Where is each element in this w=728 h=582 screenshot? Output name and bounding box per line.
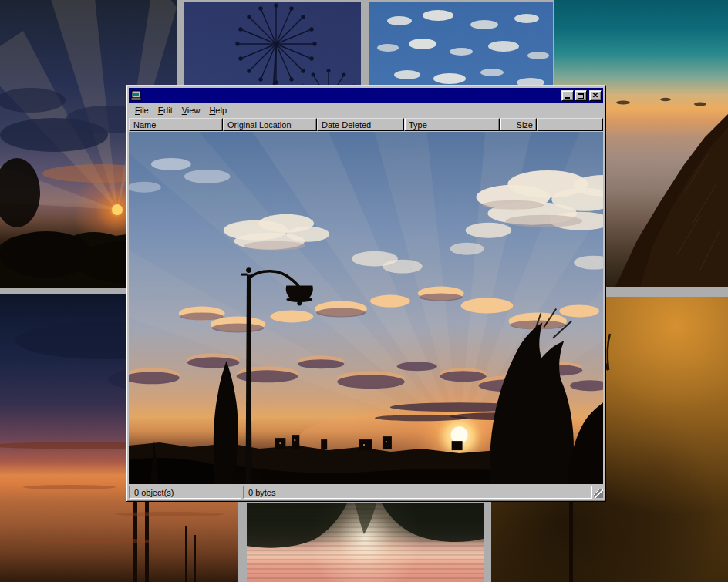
menu-file[interactable]: File <box>130 104 153 116</box>
menu-help[interactable]: Help <box>204 104 231 116</box>
close-button[interactable]: ✕ <box>589 90 602 101</box>
column-header-date-deleted[interactable]: Date Deleted <box>317 118 404 131</box>
column-header-type[interactable]: Type <box>404 118 500 131</box>
sunset-sky-streetlamp-photo <box>129 132 603 484</box>
column-header-size[interactable]: Size <box>500 118 537 131</box>
maximize-icon <box>578 93 584 99</box>
title-bar[interactable]: ✕ <box>129 88 603 103</box>
minimize-icon <box>565 97 570 99</box>
file-list-view[interactable] <box>129 132 603 484</box>
column-header-original-location[interactable]: Original Location <box>223 118 317 131</box>
status-bar: 0 object(s) 0 bytes <box>129 486 603 499</box>
column-header-row: Name Original Location Date Deleted Type… <box>129 117 603 132</box>
resize-grip[interactable] <box>594 489 603 498</box>
desktop-background: ✕ File Edit View Help Name Original Loca… <box>0 0 728 582</box>
column-header-name[interactable]: Name <box>129 118 223 131</box>
menu-edit[interactable]: Edit <box>153 104 177 116</box>
close-icon: ✕ <box>592 92 598 99</box>
minimize-button[interactable] <box>561 90 574 101</box>
status-size: 0 bytes <box>243 486 592 499</box>
computer-icon[interactable] <box>130 90 143 102</box>
status-object-count: 0 object(s) <box>129 486 241 499</box>
window-controls: ✕ <box>561 90 602 101</box>
ripple-texture <box>247 503 484 582</box>
background-photo-pink-water-reflections <box>247 503 484 582</box>
recycle-bin-window: ✕ File Edit View Help Name Original Loca… <box>126 85 606 502</box>
maximize-button[interactable] <box>575 90 587 101</box>
menu-view[interactable]: View <box>177 104 205 116</box>
menu-bar: File Edit View Help <box>129 103 603 117</box>
column-header-filler <box>537 118 603 131</box>
